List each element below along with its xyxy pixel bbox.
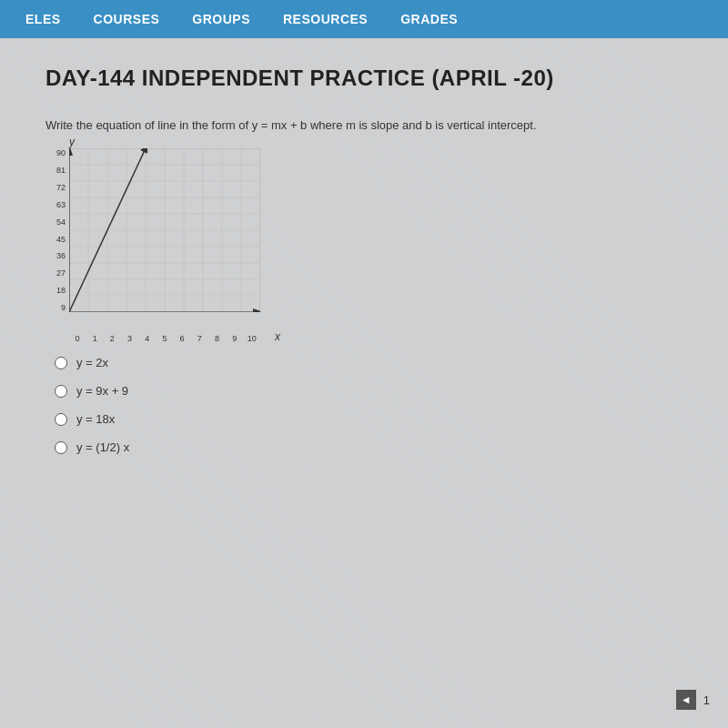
option-1-label: y = 2x: [76, 356, 108, 369]
page-number: 1: [703, 693, 710, 707]
y-num-18: 18: [46, 286, 66, 295]
graph-container: y 9 18 27 36 45 54 63 72 81 90: [46, 148, 682, 330]
option-4-label: y = (1/2) x: [76, 440, 129, 454]
nav-groups[interactable]: GROUPS: [176, 12, 267, 26]
x-axis-row: 0 1 2 3 4 5 6 7 8 9 10: [69, 334, 260, 343]
option-1[interactable]: y = 2x: [55, 356, 682, 369]
prev-button[interactable]: ◄: [676, 690, 696, 710]
y-axis-label: y: [69, 136, 75, 148]
y-axis-numbers: 9 18 27 36 45 54 63 72 81 90: [46, 148, 66, 312]
svg-marker-25: [253, 308, 260, 312]
y-num-45: 45: [46, 235, 66, 244]
y-num-54: 54: [46, 217, 66, 227]
options-container: y = 2x y = 9x + 9 y = 18x y = (1/2) x: [55, 356, 682, 454]
y-num-81: 81: [46, 166, 66, 175]
x-num-4: 4: [139, 334, 156, 343]
x-num-8: 8: [209, 334, 226, 343]
bottom-nav: ◄ 1: [676, 690, 710, 710]
y-num-36: 36: [46, 251, 66, 260]
x-num-7: 7: [191, 334, 207, 343]
y-num-72: 72: [46, 183, 66, 192]
y-num-27: 27: [46, 268, 66, 278]
x-num-0: 0: [69, 334, 86, 343]
nav-grades[interactable]: GRADES: [384, 12, 474, 26]
nav-eles[interactable]: ELES: [9, 12, 77, 26]
option-3-label: y = 18x: [76, 412, 115, 426]
x-num-3: 3: [122, 334, 138, 343]
y-num-90: 90: [46, 148, 66, 157]
x-num-2: 2: [104, 334, 120, 343]
radio-2[interactable]: [55, 385, 67, 398]
svg-marker-24: [69, 148, 73, 156]
x-num-6: 6: [174, 334, 190, 343]
x-num-10: 10: [244, 334, 260, 343]
x-num-1: 1: [86, 334, 103, 343]
option-2-label: y = 9x + 9: [76, 384, 128, 398]
option-3[interactable]: y = 18x: [55, 412, 682, 426]
page-title: DAY-144 INDEPENDENT PRACTICE (APRIL -20): [46, 66, 682, 91]
option-4[interactable]: y = (1/2) x: [55, 440, 682, 454]
x-axis-label: x: [275, 330, 280, 343]
radio-3[interactable]: [55, 413, 67, 426]
question-text: Write the equation of line in the form o…: [46, 118, 682, 132]
radio-4[interactable]: [55, 441, 67, 454]
x-num-5: 5: [157, 334, 173, 343]
y-num-63: 63: [46, 200, 66, 209]
graph-svg: [69, 148, 260, 312]
y-num-9: 9: [46, 303, 66, 312]
graph-wrapper: y 9 18 27 36 45 54 63 72 81 90: [46, 148, 273, 330]
nav-resources[interactable]: RESOURCES: [267, 12, 384, 26]
radio-1[interactable]: [55, 357, 67, 369]
x-num-9: 9: [227, 334, 243, 343]
navbar: ELES COURSES GROUPS RESOURCES GRADES: [0, 0, 728, 38]
option-2[interactable]: y = 9x + 9: [55, 384, 682, 398]
main-content: DAY-144 INDEPENDENT PRACTICE (APRIL -20)…: [0, 38, 728, 728]
nav-courses[interactable]: COURSES: [77, 12, 177, 26]
